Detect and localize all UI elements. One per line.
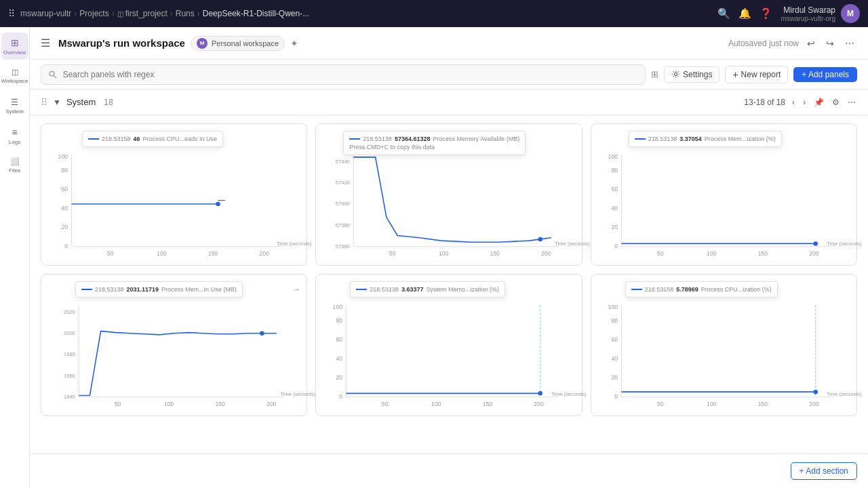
sidebar: ⊞ Overview ◫ Workspace ☰ System ≡ Logs ⬜… (0, 27, 30, 488)
svg-text:Time (seconds): Time (seconds) (555, 241, 591, 247)
svg-text:0: 0 (64, 243, 68, 249)
add-section-button[interactable]: + Add section (791, 462, 857, 480)
section-more-icon[interactable]: ⋯ (846, 96, 857, 108)
pagination-label: 13-18 of 18 (744, 98, 785, 107)
redo-button[interactable]: ↪ (823, 35, 837, 52)
svg-text:50: 50 (107, 250, 114, 257)
section-name: System (66, 97, 96, 107)
chart-title-cpu-util: Process CPU Utilization (%) (599, 283, 848, 291)
chart-mem-inuse-pct[interactable]: Process Memory In Use (%) 218.53138 3.37… (591, 123, 857, 266)
breadcrumb: mswarup-vultr › Projects › ◫ first_proje… (20, 9, 309, 18)
chart-sys-mem-util[interactable]: System Memory Utilization (%) 218.53138 … (315, 274, 582, 416)
svg-point-72 (538, 391, 542, 395)
svg-text:Time (seconds): Time (seconds) (277, 241, 312, 247)
svg-text:0: 0 (614, 243, 618, 249)
svg-text:40: 40 (336, 355, 343, 362)
chart-cpu-threads[interactable]: Process CPU Threads In Use 218.53158 46 … (41, 123, 307, 266)
next-page-button[interactable]: › (802, 96, 807, 108)
breadcrumb-org[interactable]: mswarup-vultr (20, 9, 71, 18)
svg-text:2020: 2020 (64, 309, 75, 315)
workspace-badge-label: Personal workspace (212, 39, 279, 47)
user-org: mswarup-vultr-org (781, 15, 835, 22)
svg-text:40: 40 (611, 205, 618, 211)
svg-text:80: 80 (61, 167, 68, 174)
spark-icon[interactable]: ✦ (290, 38, 298, 49)
hamburger-icon[interactable]: ☰ (41, 37, 50, 49)
workspace-header: ☰ Mswarup's run workspace M Personal wor… (30, 27, 868, 60)
workspace-title: Mswarup's run workspace (58, 37, 185, 49)
app-grid-icon[interactable]: ⠿ (8, 8, 15, 19)
chart-title-mem-available: Process Memory Available (MB) (324, 132, 573, 140)
svg-text:20: 20 (336, 374, 343, 381)
add-panels-label: + Add panels (802, 70, 849, 79)
svg-text:2000: 2000 (64, 330, 75, 336)
sidebar-item-workspace[interactable]: ◫ Workspace (1, 62, 28, 89)
svg-text:0: 0 (614, 393, 618, 400)
svg-text:1960: 1960 (64, 373, 75, 379)
panel-options-icon[interactable]: ⊞ (651, 69, 658, 79)
chart-mem-inuse-mb[interactable]: Process Memory In Use (MB) 218.53138 203… (41, 274, 307, 416)
sidebar-item-system[interactable]: ☰ System (1, 92, 28, 119)
autosaved-label: Autosaved just now (728, 39, 799, 48)
svg-text:100: 100 (58, 153, 68, 160)
svg-text:100: 100 (157, 250, 167, 257)
svg-text:200: 200 (541, 250, 551, 257)
svg-point-57 (260, 331, 264, 335)
svg-text:80: 80 (611, 167, 618, 174)
breadcrumb-projects[interactable]: Projects (79, 9, 108, 18)
more-options-button[interactable]: ⋯ (842, 35, 857, 52)
breadcrumb-project[interactable]: first_project (125, 9, 167, 18)
svg-text:Time (seconds): Time (seconds) (827, 391, 862, 397)
chart-svg-mem-inuse-mb: 1940 1960 1980 2000 2020 50 100 150 200 … (50, 296, 298, 421)
search-icon[interactable]: 🔍 (717, 7, 730, 20)
svg-text:200: 200 (809, 401, 819, 407)
sidebar-item-overview[interactable]: ⊞ Overview (1, 33, 28, 60)
help-icon[interactable]: ❓ (760, 7, 772, 20)
top-navigation: ⠿ mswarup-vultr › Projects › ◫ first_pro… (0, 0, 868, 27)
add-panels-button[interactable]: + Add panels (793, 67, 857, 82)
user-info: Mirdul Swarap mswarup-vultr-org M (781, 4, 860, 23)
search-box[interactable] (41, 64, 646, 85)
chart-mem-available[interactable]: Process Memory Available (MB) 218.53138 … (315, 123, 582, 266)
settings-icon (671, 70, 680, 79)
sidebar-item-logs[interactable]: ≡ Logs (1, 122, 28, 149)
sidebar-label-workspace: Workspace (1, 78, 28, 84)
chart-title-sys-mem-util: System Memory Utilization (%) (324, 283, 573, 291)
toolbar: ⊞ Settings + New report + Add panels (30, 60, 868, 89)
chart-svg-mem-available: 57360 57380 57400 57420 57440 50 100 150… (324, 146, 573, 270)
sidebar-label-overview: Overview (3, 49, 26, 56)
svg-point-16 (216, 202, 220, 206)
avatar[interactable]: M (841, 4, 860, 23)
section-settings-icon[interactable]: ⚙ (831, 96, 841, 108)
search-input[interactable] (63, 70, 638, 79)
chart-title-mem-inuse-pct: Process Memory In Use (%) (599, 132, 848, 140)
breadcrumb-runs[interactable]: Runs (176, 9, 195, 18)
chart-right-arrow: → (293, 285, 300, 293)
pin-icon[interactable]: 📌 (812, 96, 825, 108)
svg-text:100: 100 (707, 401, 717, 407)
workspace-badge[interactable]: M Personal workspace (191, 36, 285, 51)
sidebar-item-files[interactable]: ⬜ Files (1, 152, 28, 179)
new-report-button[interactable]: + New report (725, 66, 788, 83)
sidebar-label-system: System (5, 108, 24, 115)
bell-icon[interactable]: 🔔 (738, 7, 751, 20)
settings-button[interactable]: Settings (664, 66, 719, 83)
charts-container: Process CPU Threads In Use 218.53158 46 … (30, 115, 868, 453)
svg-text:20: 20 (61, 224, 68, 230)
undo-button[interactable]: ↩ (804, 35, 818, 52)
chart-cpu-util[interactable]: Process CPU Utilization (%) 218.53158 5.… (591, 274, 857, 416)
logs-icon: ≡ (12, 127, 17, 138)
svg-text:150: 150 (757, 250, 768, 257)
svg-text:200: 200 (267, 401, 277, 407)
prev-page-button[interactable]: ‹ (791, 96, 796, 108)
svg-point-44 (813, 241, 817, 245)
svg-text:20: 20 (611, 374, 618, 381)
svg-text:60: 60 (611, 186, 618, 192)
svg-text:50: 50 (389, 250, 396, 257)
svg-text:100: 100 (608, 304, 618, 310)
drag-handle-icon[interactable]: ⠿ (41, 97, 47, 108)
sidebar-label-logs: Logs (9, 139, 20, 145)
svg-text:80: 80 (336, 317, 343, 324)
svg-text:200: 200 (259, 250, 269, 257)
section-chevron-icon[interactable]: ▼ (53, 98, 61, 107)
